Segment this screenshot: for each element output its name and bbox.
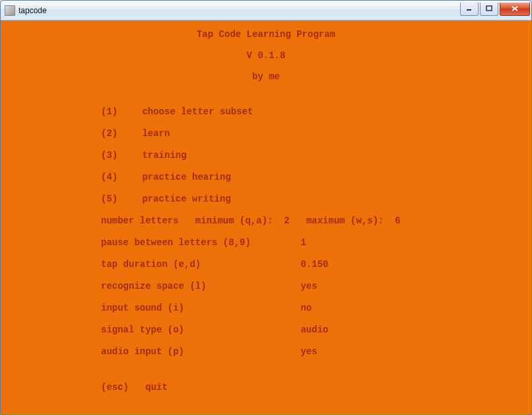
setting-max-value: 6	[395, 215, 400, 226]
menu-item-2[interactable]: (2) learn	[101, 128, 519, 139]
setting-label: signal type (o)	[101, 324, 184, 335]
header-block: Tap Code Learning Program V 0.1.8 by me	[13, 30, 519, 81]
setting-label: pause between letters (8,9)	[101, 237, 251, 248]
setting-value: 0.150	[300, 259, 328, 270]
setting-value: yes	[300, 346, 317, 357]
setting-label: input sound (i)	[101, 303, 184, 313]
setting-value: audio	[300, 324, 328, 335]
app-window: tapcode Tap Code Learning Program V 0.1.…	[0, 0, 532, 415]
setting-value: 1	[300, 237, 306, 248]
menu-label: learn	[142, 128, 170, 139]
setting-value: yes	[300, 281, 317, 291]
menu-key: (5)	[101, 194, 137, 204]
menu-key: (2)	[101, 128, 137, 139]
menu-item-4[interactable]: (4) practice hearing	[101, 172, 519, 182]
menu-item-5[interactable]: (5) practice writing	[101, 194, 519, 204]
quit-label: quit	[145, 382, 168, 393]
close-icon	[511, 5, 519, 12]
setting-label: number letters	[101, 215, 179, 226]
setting-label: audio input (p)	[101, 346, 184, 357]
menu-label: training	[142, 150, 186, 161]
menu-item-3[interactable]: (3) training	[101, 150, 519, 161]
setting-min-label: minimum (q,a):	[195, 215, 273, 226]
setting-audio-input[interactable]: audio input (p) yes	[101, 346, 519, 357]
minimize-button[interactable]	[460, 3, 479, 16]
terminal-content: Tap Code Learning Program V 0.1.8 by me …	[1, 20, 531, 414]
setting-tap-duration[interactable]: tap duration (e,d) 0.150	[101, 259, 519, 270]
menu-label: practice hearing	[142, 172, 230, 182]
window-title: tapcode	[18, 6, 460, 15]
menu-key: (1)	[101, 106, 137, 117]
minimize-icon	[466, 5, 473, 12]
menu-item-1[interactable]: (1) choose letter subset	[101, 106, 519, 117]
settings-block: number letters minimum (q,a): 2 maximum …	[101, 215, 519, 357]
menu-key: (3)	[101, 150, 137, 161]
setting-max-label: maximum (w,s):	[306, 215, 384, 226]
menu-key: (4)	[101, 172, 137, 182]
setting-signal-type[interactable]: signal type (o) audio	[101, 324, 519, 335]
svg-rect-1	[486, 6, 492, 11]
setting-value: no	[300, 303, 312, 313]
menu-label: practice writing	[142, 194, 230, 204]
maximize-icon	[486, 5, 492, 12]
app-icon	[5, 5, 15, 16]
setting-pause[interactable]: pause between letters (8,9) 1	[101, 237, 519, 248]
setting-label: recognize space (l)	[101, 281, 207, 291]
titlebar[interactable]: tapcode	[1, 1, 531, 20]
setting-label: tap duration (e,d)	[101, 259, 201, 270]
setting-min-value: 2	[284, 215, 289, 226]
menu-block: (1) choose letter subset (2) learn (3) t…	[101, 106, 519, 204]
setting-number-letters[interactable]: number letters minimum (q,a): 2 maximum …	[101, 215, 519, 226]
setting-recognize-space[interactable]: recognize space (l) yes	[101, 281, 519, 291]
program-author: by me	[13, 72, 519, 81]
maximize-button[interactable]	[480, 3, 498, 16]
menu-label: choose letter subset	[142, 106, 253, 117]
quit-key: (esc)	[101, 382, 129, 393]
setting-input-sound[interactable]: input sound (i) no	[101, 303, 519, 313]
program-title: Tap Code Learning Program	[13, 30, 519, 39]
quit-row[interactable]: (esc) quit	[101, 382, 519, 393]
window-controls	[460, 3, 530, 16]
program-version: V 0.1.8	[13, 51, 519, 60]
close-button[interactable]	[500, 3, 530, 16]
